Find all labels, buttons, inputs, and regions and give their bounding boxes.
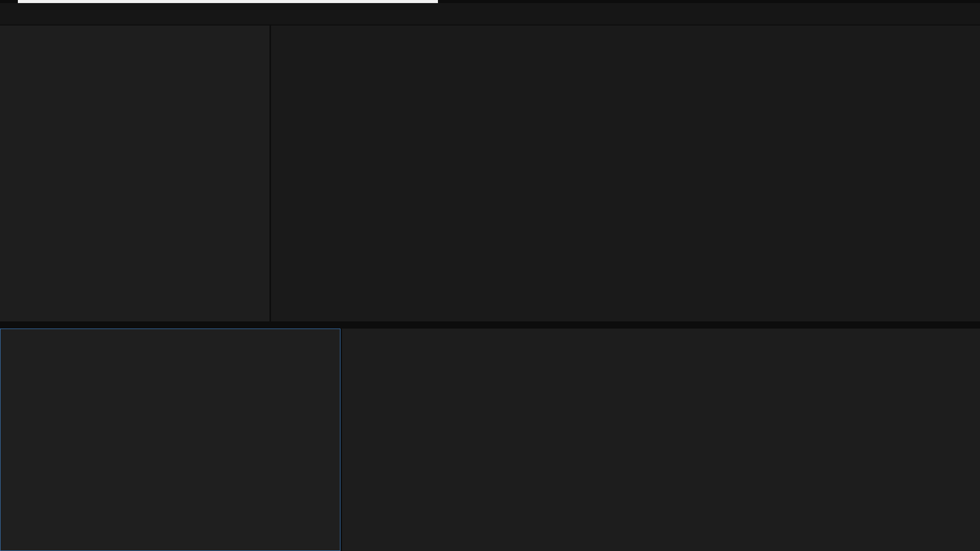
effects-browser-panel — [0, 329, 340, 551]
effect-controls-panel — [0, 26, 270, 321]
program-monitor-panel — [271, 26, 980, 321]
premiere-window — [0, 0, 980, 551]
timeline-panel — [342, 329, 980, 551]
workspace-bar — [0, 3, 980, 24]
